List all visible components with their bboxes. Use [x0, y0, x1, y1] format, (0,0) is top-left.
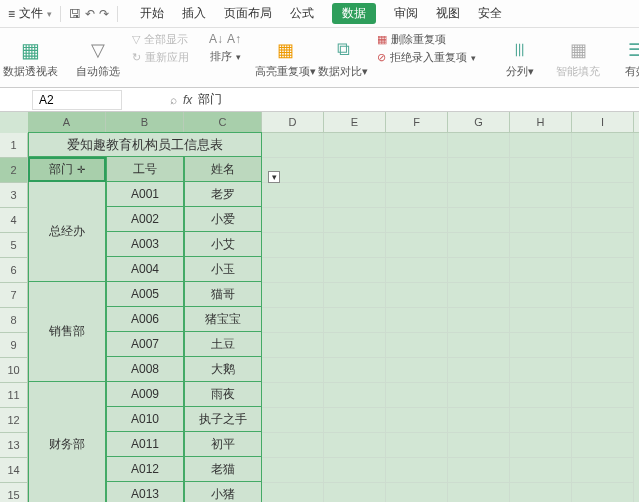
row-header[interactable]: 14 — [0, 458, 28, 483]
dept-cell[interactable]: 销售部 — [28, 282, 106, 382]
cell[interactable] — [448, 258, 510, 283]
cell[interactable] — [324, 208, 386, 233]
table-cell[interactable]: A008 — [106, 357, 184, 382]
cell[interactable] — [386, 283, 448, 308]
dept-cell[interactable]: 财务部 — [28, 382, 106, 502]
table-cell[interactable]: A009 — [106, 382, 184, 407]
table-cell[interactable]: 猪宝宝 — [184, 307, 262, 332]
table-cell[interactable]: A005 — [106, 282, 184, 307]
cell[interactable] — [572, 283, 634, 308]
cell[interactable] — [510, 358, 572, 383]
cell[interactable] — [386, 258, 448, 283]
table-cell[interactable]: 土豆 — [184, 332, 262, 357]
cell[interactable] — [324, 283, 386, 308]
cell[interactable] — [510, 258, 572, 283]
row-header[interactable]: 12 — [0, 408, 28, 433]
cell[interactable] — [324, 358, 386, 383]
compare-button[interactable]: ⧉ 数据对比▾ — [319, 32, 367, 84]
fx-icon[interactable]: fx — [183, 93, 192, 107]
table-cell[interactable]: A012 — [106, 457, 184, 482]
cell[interactable] — [448, 233, 510, 258]
cell[interactable] — [572, 483, 634, 502]
table-cell[interactable]: 小艾 — [184, 232, 262, 257]
sort-asc-icon[interactable]: A↓ — [209, 32, 223, 46]
table-cell[interactable]: A011 — [106, 432, 184, 457]
table-cell[interactable]: A004 — [106, 257, 184, 282]
row-header[interactable]: 11 — [0, 383, 28, 408]
col-header-f[interactable]: F — [386, 112, 448, 132]
redo-icon[interactable]: ↷ — [99, 7, 109, 21]
col-header-c[interactable]: C — [184, 112, 262, 132]
table-cell[interactable]: A003 — [106, 232, 184, 257]
cell[interactable] — [324, 158, 386, 183]
table-cell[interactable]: 老罗 — [184, 182, 262, 207]
cell[interactable] — [448, 158, 510, 183]
row-header[interactable]: 13 — [0, 433, 28, 458]
table-cell[interactable]: 小玉 — [184, 257, 262, 282]
cell[interactable] — [386, 158, 448, 183]
row-header[interactable]: 5 — [0, 233, 28, 258]
search-icon[interactable]: ⌕ — [170, 93, 177, 107]
cell[interactable] — [448, 408, 510, 433]
cell[interactable] — [510, 433, 572, 458]
table-cell[interactable]: A002 — [106, 207, 184, 232]
cell[interactable] — [510, 183, 572, 208]
row-header[interactable]: 2 — [0, 158, 28, 183]
col-header-d[interactable]: D — [262, 112, 324, 132]
table-cell[interactable]: 小猪 — [184, 482, 262, 502]
cell[interactable] — [262, 433, 324, 458]
undo-icon[interactable]: ↶ — [85, 7, 95, 21]
valid-button[interactable]: ☰ 有效 — [612, 32, 639, 84]
table-title[interactable]: 爱知趣教育机构员工信息表 — [28, 132, 262, 157]
table-cell[interactable]: 执子之手 — [184, 407, 262, 432]
cell[interactable] — [324, 383, 386, 408]
row-header[interactable]: 4 — [0, 208, 28, 233]
cell[interactable] — [262, 408, 324, 433]
cell[interactable] — [510, 233, 572, 258]
cell[interactable] — [572, 408, 634, 433]
cell[interactable] — [324, 433, 386, 458]
cell[interactable] — [262, 283, 324, 308]
cell[interactable] — [324, 408, 386, 433]
cell[interactable] — [262, 383, 324, 408]
cell[interactable] — [448, 483, 510, 502]
cell[interactable] — [262, 333, 324, 358]
tab-insert[interactable]: 插入 — [182, 3, 206, 24]
cell[interactable] — [386, 183, 448, 208]
cell[interactable] — [510, 208, 572, 233]
cell[interactable] — [448, 133, 510, 158]
cell[interactable] — [386, 408, 448, 433]
tab-view[interactable]: 视图 — [436, 3, 460, 24]
cell[interactable] — [324, 333, 386, 358]
cell[interactable] — [448, 458, 510, 483]
cell[interactable] — [386, 333, 448, 358]
header-name[interactable]: 姓名 — [184, 157, 262, 182]
sort-desc-icon[interactable]: A↑ — [227, 32, 241, 46]
cell[interactable] — [448, 183, 510, 208]
table-cell[interactable]: 小爱 — [184, 207, 262, 232]
delete-dup-button[interactable]: ▦删除重复项 — [377, 32, 476, 47]
cell[interactable] — [572, 208, 634, 233]
cell[interactable] — [386, 433, 448, 458]
cell[interactable] — [572, 133, 634, 158]
cell[interactable] — [262, 183, 324, 208]
cell[interactable] — [510, 458, 572, 483]
cell[interactable] — [386, 358, 448, 383]
table-cell[interactable]: A010 — [106, 407, 184, 432]
col-header-i[interactable]: I — [572, 112, 634, 132]
cell[interactable] — [510, 333, 572, 358]
cell[interactable] — [572, 458, 634, 483]
header-id[interactable]: 工号 — [106, 157, 184, 182]
col-header-a[interactable]: A — [28, 112, 106, 132]
cell[interactable] — [510, 133, 572, 158]
cell[interactable] — [262, 308, 324, 333]
cell[interactable] — [262, 358, 324, 383]
col-header-g[interactable]: G — [448, 112, 510, 132]
cell[interactable] — [448, 433, 510, 458]
tab-start[interactable]: 开始 — [140, 3, 164, 24]
reapply-button[interactable]: ↻重新应用 — [132, 50, 189, 65]
tab-review[interactable]: 审阅 — [394, 3, 418, 24]
cell[interactable] — [510, 483, 572, 502]
cell[interactable] — [324, 308, 386, 333]
tab-layout[interactable]: 页面布局 — [224, 3, 272, 24]
